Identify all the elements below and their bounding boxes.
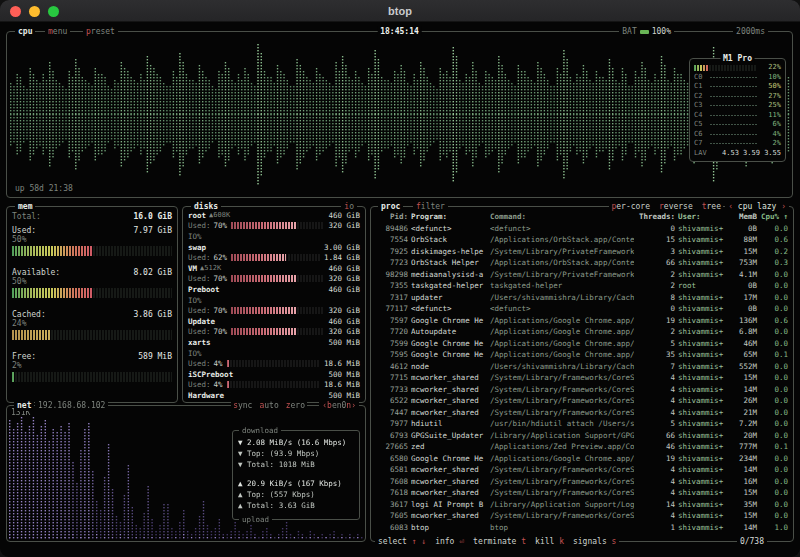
process-row[interactable]: 6522mcworker_shared/System/Library/Frame… <box>376 395 788 407</box>
process-cpu: 0.0 <box>760 464 788 476</box>
process-command: /Library/Application Support/Logitec <box>490 499 634 511</box>
disks-box-title[interactable]: disks <box>191 201 221 212</box>
iface-next-key[interactable]: n› <box>346 401 356 410</box>
process-row[interactable]: 89486<defunct><defunct>0shivammis+0B0.0 <box>376 223 788 235</box>
terminal-window: btop cpu menu preset 18:45:14 BAT100% 20… <box>0 0 800 557</box>
process-row[interactable]: 7554OrbStack/Applications/OrbStack.app/C… <box>376 234 788 246</box>
process-cpu: 0.0 <box>760 338 788 350</box>
process-cpu: 0.0 <box>760 303 788 315</box>
core-percent: 27% <box>760 92 781 101</box>
process-threads: 46 <box>637 441 675 453</box>
net-button-sync[interactable]: sync <box>233 400 252 411</box>
net-box-title[interactable]: net <box>14 400 34 411</box>
process-row[interactable]: 7723OrbStack Helper/Applications/OrbStac… <box>376 257 788 269</box>
download-speed: ▼ 2.08 MiB/s (16.6 Mbps) <box>238 437 354 448</box>
cpu-box-title[interactable]: cpu <box>15 26 35 37</box>
sort-prev-icon[interactable]: ‹ <box>728 202 738 211</box>
proc-column-header[interactable]: MemB <box>727 211 757 223</box>
process-row[interactable]: 7447mcworker_shared/System/Library/Frame… <box>376 407 788 419</box>
process-row[interactable]: 6083btopbtop1shivammis+14M1.0 <box>376 522 788 534</box>
mem-box-title[interactable]: mem <box>15 201 35 212</box>
process-threads: 4 <box>637 407 675 419</box>
proc-column-header[interactable]: Pid: <box>376 211 408 223</box>
net-button-auto[interactable]: auto <box>259 400 278 411</box>
process-row[interactable]: 6580Google Chrome He/Applications/Google… <box>376 453 788 465</box>
net-interface-selector[interactable]: ‹ben0n› <box>319 400 359 411</box>
disk-used-label: Used: <box>188 306 211 315</box>
process-row[interactable]: 7599Google Chrome He/Applications/Google… <box>376 338 788 350</box>
menu-button[interactable]: menu <box>45 26 70 37</box>
process-row[interactable]: 7925diskimages-helpe/System/Library/Priv… <box>376 246 788 258</box>
process-row[interactable]: 4612node/Users/shivammishra/Library/Cach… <box>376 361 788 373</box>
process-row[interactable]: 7605mcworker_shared/System/Library/Frame… <box>376 510 788 522</box>
process-pid: 3617 <box>376 499 408 511</box>
disk-size: 500 MiB <box>328 338 360 347</box>
process-row[interactable]: 77117<defunct><defunct>0shivammis+0B0.0 <box>376 303 788 315</box>
process-user: shivammis+ <box>678 361 724 373</box>
battery-icon <box>640 30 649 34</box>
net-button-zero[interactable]: zero <box>286 400 305 411</box>
mem-metric-percent: 50% <box>12 277 172 287</box>
filter-button[interactable]: filter <box>413 201 448 212</box>
process-name: node <box>411 361 487 373</box>
process-user: shivammis+ <box>678 246 724 258</box>
update-interval[interactable]: 2000ms <box>733 26 768 37</box>
disk-name-row: swap3.00 GiB <box>188 242 360 253</box>
minimize-button[interactable] <box>29 6 40 17</box>
hint-signals[interactable]: signals s <box>573 536 616 547</box>
process-row[interactable]: 7618mcworker_shared/System/Library/Frame… <box>376 487 788 499</box>
process-row[interactable]: 7595Google Chrome He/Applications/Google… <box>376 349 788 361</box>
process-row[interactable]: 7720Autoupdate/Applications/Google Chrom… <box>376 326 788 338</box>
mem-metric: Cached:3.86 GiB24% <box>12 310 172 340</box>
core-percent: 11% <box>760 111 781 120</box>
process-row[interactable]: 7733mcworker_shared/System/Library/Frame… <box>376 384 788 396</box>
proc-box-title[interactable]: proc <box>378 201 403 212</box>
proc-column-header[interactable]: Cpu% ↑ <box>760 211 788 223</box>
proc-option-reverse[interactable]: reverse <box>659 201 693 212</box>
process-mem: 6.8M <box>727 326 757 338</box>
disks-io-toggle[interactable]: io <box>341 201 357 212</box>
hint-terminate[interactable]: terminate t <box>473 536 526 547</box>
sort-next-icon[interactable]: › <box>776 202 786 211</box>
process-row[interactable]: 3617logi AI Prompt B/Library/Application… <box>376 499 788 511</box>
proc-sort-selector[interactable]: ‹ cpu lazy › <box>725 201 789 212</box>
titlebar: btop <box>0 0 800 22</box>
zoom-button[interactable] <box>48 6 59 17</box>
process-row[interactable]: 7317updater/Users/shivammishra/Library/C… <box>376 292 788 304</box>
process-row[interactable]: 7597Google Chrome He/Applications/Google… <box>376 315 788 327</box>
proc-column-header[interactable]: User: <box>678 211 724 223</box>
mem-metric-value: 8.02 GiB <box>133 268 172 277</box>
process-threads: 4 <box>637 487 675 499</box>
process-row[interactable]: 7608mcworker_shared/System/Library/Frame… <box>376 476 788 488</box>
preset-button[interactable]: preset <box>83 26 118 37</box>
process-row[interactable]: 7977hdiutil/usr/bin/hdiutil attach /User… <box>376 418 788 430</box>
process-row[interactable]: 6581mcworker_shared/System/Library/Frame… <box>376 464 788 476</box>
iface-prev-key[interactable]: ‹b <box>322 401 332 410</box>
proc-column-header[interactable]: Command: <box>490 211 634 223</box>
process-mem: 17M <box>727 292 757 304</box>
close-button[interactable] <box>10 6 21 17</box>
proc-option-per-core[interactable]: per-core <box>611 201 650 212</box>
process-user: shivammis+ <box>678 499 724 511</box>
hint-kill[interactable]: kill k <box>535 536 564 547</box>
process-cpu: 0.0 <box>760 476 788 488</box>
proc-option-tree[interactable]: tree <box>702 201 721 212</box>
process-row[interactable]: 7715mcworker_shared/System/Library/Frame… <box>376 372 788 384</box>
process-row[interactable]: 7355taskgated-helpertaskgated-helper2roo… <box>376 280 788 292</box>
process-row[interactable]: 6793GPGSuite_Updater/Library/Application… <box>376 430 788 442</box>
hint-label: signals <box>573 537 607 546</box>
process-row[interactable]: 98298mediaanalysisd-a/System/Library/Pri… <box>376 269 788 281</box>
proc-column-header[interactable]: Threads: <box>637 211 675 223</box>
hint-select[interactable]: select ↑ ↓ <box>378 536 426 547</box>
process-name: mcworker_shared <box>411 384 487 396</box>
hint-info[interactable]: info ⏎ <box>435 536 464 547</box>
proc-column-header[interactable]: Program: <box>411 211 487 223</box>
process-threads: 1 <box>637 522 675 534</box>
disk-name: Preboot <box>188 285 220 294</box>
process-row[interactable]: 27665zed/Applications/Zed Preview.app/Co… <box>376 441 788 453</box>
cpu-model-title: M1 Pro <box>720 53 755 64</box>
process-pid: 7733 <box>376 384 408 396</box>
disk-used-label: Used: <box>188 274 211 283</box>
process-user: shivammis+ <box>678 453 724 465</box>
disk-meter <box>227 360 320 367</box>
